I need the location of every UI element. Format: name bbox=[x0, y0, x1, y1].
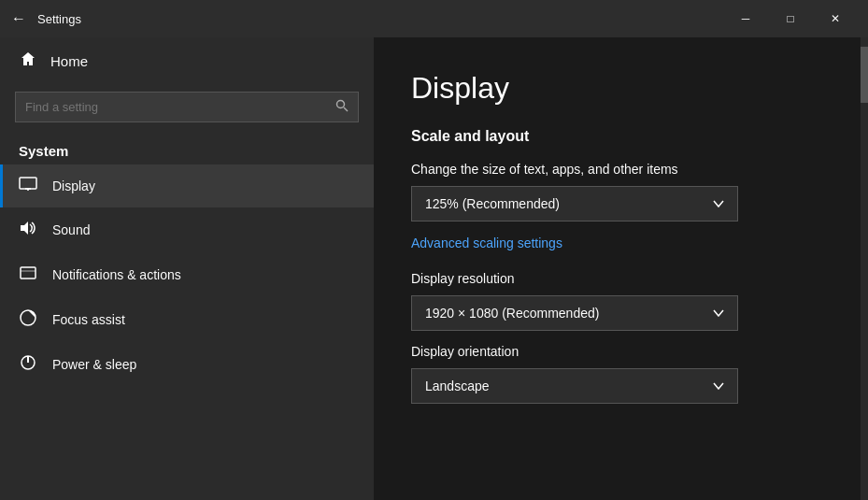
sidebar-item-focus[interactable]: Focus assist bbox=[0, 297, 374, 342]
window-controls: ─ □ ✕ bbox=[724, 4, 857, 34]
svg-rect-6 bbox=[21, 267, 36, 279]
display-icon bbox=[19, 177, 37, 195]
sidebar-item-home[interactable]: Home bbox=[0, 37, 374, 84]
svg-line-1 bbox=[344, 107, 348, 111]
home-icon bbox=[19, 50, 37, 71]
resolution-value: 1920 × 1080 (Recommended) bbox=[425, 306, 599, 321]
titlebar-title: Settings bbox=[37, 12, 724, 26]
notifications-icon bbox=[19, 264, 37, 285]
sound-icon bbox=[19, 220, 37, 240]
resolution-dropdown[interactable]: 1920 × 1080 (Recommended) bbox=[411, 295, 738, 331]
content-area: Display Scale and layout Change the size… bbox=[374, 37, 868, 500]
scale-value: 125% (Recommended) bbox=[425, 196, 560, 211]
sidebar-sound-label: Sound bbox=[52, 222, 90, 237]
scale-dropdown[interactable]: 125% (Recommended) bbox=[411, 186, 738, 221]
sidebar: Home System bbox=[0, 37, 374, 500]
search-container bbox=[0, 84, 374, 130]
maximize-button[interactable]: □ bbox=[769, 4, 812, 34]
main-layout: Home System bbox=[0, 37, 868, 500]
power-icon bbox=[19, 354, 37, 375]
minimize-button[interactable]: ─ bbox=[724, 4, 767, 34]
orientation-dropdown[interactable]: Landscape bbox=[411, 368, 738, 404]
sidebar-notifications-label: Notifications & actions bbox=[52, 267, 181, 282]
titlebar: ← Settings ─ □ ✕ bbox=[0, 0, 868, 37]
sidebar-item-display[interactable]: Display bbox=[0, 164, 374, 207]
svg-marker-5 bbox=[21, 221, 28, 235]
back-button[interactable]: ← bbox=[11, 10, 26, 27]
svg-point-0 bbox=[337, 101, 345, 108]
scale-label: Change the size of text, apps, and other… bbox=[411, 162, 831, 177]
back-icon: ← bbox=[11, 10, 26, 27]
resolution-label: Display resolution bbox=[411, 271, 831, 286]
resolution-dropdown-arrow bbox=[713, 307, 724, 320]
sidebar-home-label: Home bbox=[50, 53, 88, 69]
sidebar-item-power[interactable]: Power & sleep bbox=[0, 342, 374, 387]
search-input[interactable] bbox=[25, 100, 328, 114]
section-title: Scale and layout bbox=[411, 128, 831, 145]
svg-rect-2 bbox=[20, 178, 36, 189]
advanced-scaling-link[interactable]: Advanced scaling settings bbox=[411, 236, 562, 250]
orientation-label: Display orientation bbox=[411, 344, 831, 359]
sidebar-item-notifications[interactable]: Notifications & actions bbox=[0, 252, 374, 297]
scrollbar[interactable] bbox=[861, 37, 868, 500]
orientation-dropdown-arrow bbox=[713, 379, 724, 393]
scrollbar-thumb[interactable] bbox=[861, 47, 868, 103]
orientation-value: Landscape bbox=[425, 379, 490, 393]
focus-icon bbox=[19, 309, 37, 330]
scale-dropdown-arrow bbox=[713, 197, 724, 210]
sidebar-display-label: Display bbox=[52, 179, 95, 193]
search-box[interactable] bbox=[15, 92, 359, 122]
system-heading: System bbox=[0, 134, 374, 164]
sidebar-power-label: Power & sleep bbox=[52, 357, 136, 372]
sidebar-focus-label: Focus assist bbox=[52, 312, 125, 327]
sidebar-item-sound[interactable]: Sound bbox=[0, 207, 374, 252]
close-button[interactable]: ✕ bbox=[814, 4, 857, 34]
search-icon bbox=[335, 99, 349, 115]
page-title: Display bbox=[411, 71, 831, 106]
